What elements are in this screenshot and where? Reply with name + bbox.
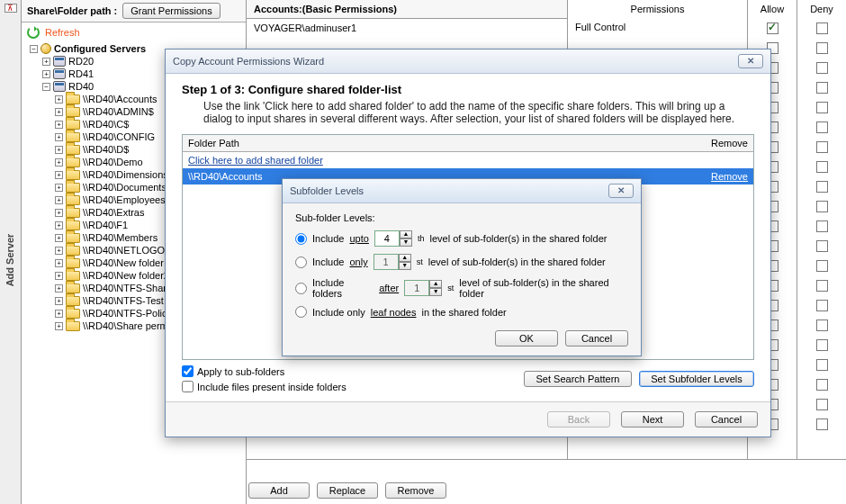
expander-icon[interactable]: +	[42, 70, 50, 78]
expander-icon[interactable]: +	[55, 146, 63, 154]
opt-include-after[interactable]: Include folders after ▲▼ st level of sub…	[295, 277, 628, 299]
replace-button[interactable]: Replace	[317, 482, 378, 499]
expander-icon[interactable]: +	[55, 221, 63, 230]
wizard-close-button[interactable]: ✕	[738, 54, 763, 68]
cancel-button[interactable]: Cancel	[695, 411, 758, 428]
tree-header: Share\Folder path : Grant Permissions	[22, 0, 246, 22]
share-node[interactable]: \\RD40\Documents	[83, 182, 166, 193]
opt-leaf-nodes[interactable]: Include only leaf nodes in the shared fo…	[295, 306, 628, 318]
folder-icon	[66, 246, 80, 256]
expander-icon[interactable]: +	[55, 184, 63, 192]
grant-permissions-button[interactable]: Grant Permissions	[122, 3, 220, 19]
deny-checkbox[interactable]	[816, 280, 828, 292]
apply-subfolders-checkbox[interactable]: Apply to sub-folders	[182, 365, 509, 377]
deny-checkbox[interactable]	[816, 300, 828, 311]
share-path-label: Share\Folder path :	[27, 5, 117, 16]
share-node[interactable]: \\RD40\New folder2	[83, 270, 169, 281]
expander-icon[interactable]: +	[55, 272, 63, 280]
deny-checkbox[interactable]	[816, 62, 828, 74]
expander-icon[interactable]: +	[55, 234, 63, 242]
server-node[interactable]: RD20	[68, 56, 94, 67]
expander-icon[interactable]: +	[55, 95, 63, 104]
set-subfolder-levels-button[interactable]: Set Subfolder Levels	[639, 371, 754, 387]
refresh-link[interactable]: Refresh	[45, 27, 94, 38]
deny-checkbox[interactable]	[816, 240, 828, 252]
share-node[interactable]: \\RD40\CONFIG	[83, 131, 155, 142]
share-node[interactable]: \\RD40\ADMIN$	[83, 106, 154, 117]
share-node[interactable]: \\RD40\NTFS-Policy	[83, 308, 172, 319]
expander-icon[interactable]: +	[55, 297, 63, 305]
server-node[interactable]: RD41	[68, 68, 94, 79]
share-node[interactable]: \\RD40\Members	[83, 232, 158, 243]
deny-checkbox[interactable]	[816, 141, 828, 153]
folder-remove-link[interactable]: Remove	[685, 171, 748, 182]
deny-checkbox[interactable]	[816, 42, 828, 54]
share-node[interactable]: \\RD40\NTFS-Share	[83, 283, 172, 293]
expander-icon[interactable]: +	[55, 310, 63, 318]
deny-checkbox[interactable]	[816, 102, 828, 113]
expander-icon[interactable]: +	[55, 133, 63, 141]
share-node[interactable]: \\RD40\NTFS-Test	[83, 295, 164, 306]
next-button[interactable]: Next	[621, 411, 684, 428]
expander-icon[interactable]: +	[55, 259, 63, 267]
deny-checkbox[interactable]	[816, 320, 828, 331]
share-node[interactable]: \\RD40\New folder	[83, 257, 164, 268]
server-node[interactable]: RD40	[68, 81, 94, 92]
expander-icon[interactable]: −	[30, 45, 38, 53]
expander-icon[interactable]: +	[55, 158, 63, 166]
deny-checkbox[interactable]	[816, 201, 828, 212]
deny-checkbox[interactable]	[816, 418, 828, 430]
deny-checkbox[interactable]	[816, 220, 828, 232]
expander-icon[interactable]: +	[55, 121, 63, 129]
deny-checkbox[interactable]	[816, 161, 828, 173]
share-node[interactable]: \\RD40\Extras	[83, 207, 144, 218]
deny-checkbox[interactable]	[816, 22, 828, 34]
deny-checkbox[interactable]	[816, 339, 828, 351]
configured-servers-node[interactable]: Configured Servers	[54, 43, 146, 54]
folder-icon	[66, 284, 80, 293]
only-spinner[interactable]: ▲▼	[374, 254, 411, 270]
opt-include-only[interactable]: Include only ▲▼ st level of sub-folder(s…	[295, 254, 628, 270]
upto-spinner[interactable]: ▲▼	[374, 230, 412, 247]
add-button[interactable]: Add	[248, 482, 310, 499]
deny-checkbox[interactable]	[816, 122, 828, 133]
remove-button[interactable]: Remove	[385, 482, 446, 499]
expander-icon[interactable]: +	[55, 284, 63, 292]
expander-icon[interactable]: +	[55, 196, 63, 204]
share-node[interactable]: \\RD40\F1	[83, 220, 128, 230]
deny-checkbox[interactable]	[816, 399, 828, 410]
after-spinner[interactable]: ▲▼	[404, 280, 442, 296]
subdlg-close-button[interactable]: ✕	[608, 184, 634, 198]
expander-icon[interactable]: +	[42, 58, 50, 66]
add-shared-folder-link[interactable]: Click here to add shared folder	[188, 155, 748, 166]
expander-icon[interactable]: +	[55, 209, 63, 217]
share-node[interactable]: \\RD40\Dimensions	[83, 169, 168, 180]
spin-down-icon[interactable]: ▼	[400, 238, 412, 247]
deny-checkbox[interactable]	[816, 82, 828, 94]
expander-icon[interactable]: +	[55, 322, 63, 330]
expander-icon[interactable]: +	[55, 108, 63, 116]
include-files-checkbox[interactable]: Include files present inside folders	[182, 381, 509, 392]
share-node[interactable]: \\RD40\Demo	[83, 157, 143, 167]
expander-icon[interactable]: −	[42, 83, 50, 91]
deny-checkbox[interactable]	[816, 379, 828, 391]
share-node[interactable]: \\RD40\C$	[83, 119, 129, 130]
deny-checkbox[interactable]	[816, 181, 828, 193]
expander-icon[interactable]: +	[55, 247, 63, 255]
add-server-vertical-tab[interactable]: ⊼ Add Server	[0, 0, 22, 504]
spin-up-icon[interactable]: ▲	[400, 230, 412, 238]
share-node[interactable]: \\RD40\Employees	[83, 194, 166, 205]
expander-icon[interactable]: +	[55, 171, 63, 179]
share-node[interactable]: \\RD40\NETLOGON	[83, 245, 172, 256]
opt-include-upto[interactable]: Include upto ▲▼ th level of sub-folder(s…	[295, 230, 628, 247]
set-search-pattern-button[interactable]: Set Search Pattern	[524, 371, 632, 387]
deny-checkbox[interactable]	[816, 359, 828, 371]
subdlg-ok-button[interactable]: OK	[495, 330, 558, 346]
account-row[interactable]: VOYAGER\adminuser1	[247, 19, 567, 37]
allow-checkbox[interactable]	[767, 22, 778, 34]
folder-icon	[66, 233, 80, 243]
subdlg-cancel-button[interactable]: Cancel	[565, 330, 628, 346]
share-node[interactable]: \\RD40\Accounts	[83, 94, 158, 104]
deny-checkbox[interactable]	[816, 260, 828, 272]
share-node[interactable]: \\RD40\D$	[83, 144, 129, 155]
